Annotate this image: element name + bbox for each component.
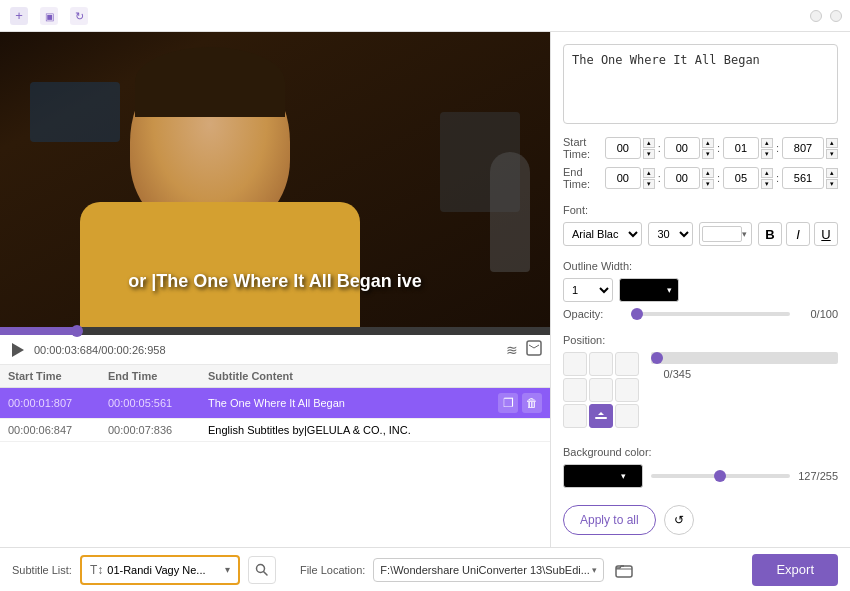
outline-color-swatch bbox=[622, 282, 667, 298]
svg-text:▣: ▣ bbox=[45, 11, 54, 22]
spinner-down[interactable]: ▾ bbox=[643, 179, 655, 189]
table-row[interactable]: 00:00:06:847 00:00:07:836 English Subtit… bbox=[0, 419, 550, 442]
app-icon-refresh[interactable]: ↻ bbox=[68, 5, 90, 27]
font-style-buttons: B I U bbox=[758, 222, 838, 246]
spinner-down[interactable]: ▾ bbox=[702, 179, 714, 189]
spinner-up[interactable]: ▴ bbox=[761, 138, 773, 148]
end-time-inputs: ▴ ▾ : ▴ ▾ : ▴ ▾ : ▴ ▾ bbox=[605, 167, 838, 189]
opacity-slider[interactable] bbox=[631, 312, 790, 316]
bg-color-row: ▾ 127/255 bbox=[563, 464, 838, 488]
spinner-up[interactable]: ▴ bbox=[643, 138, 655, 148]
pos-cell-tl[interactable] bbox=[563, 352, 587, 376]
start-ms-input[interactable] bbox=[782, 137, 824, 159]
position-slider[interactable] bbox=[651, 352, 838, 364]
pos-cell-mc[interactable] bbox=[589, 378, 613, 402]
pos-cell-bc[interactable] bbox=[589, 404, 613, 428]
refresh-button[interactable]: ↺ bbox=[664, 505, 694, 535]
export-button[interactable]: Export bbox=[752, 554, 838, 586]
spinner-up[interactable]: ▴ bbox=[761, 168, 773, 178]
outline-color-picker[interactable]: ▾ bbox=[619, 278, 679, 302]
apply-to-all-button[interactable]: Apply to all bbox=[563, 505, 656, 535]
spinner-down[interactable]: ▾ bbox=[643, 149, 655, 159]
app-icon-add[interactable]: + bbox=[8, 5, 30, 27]
outline-width-select[interactable]: 1 bbox=[563, 278, 613, 302]
bg-color-label: Background color: bbox=[563, 446, 838, 458]
pos-cell-ml[interactable] bbox=[563, 378, 587, 402]
spinner-down[interactable]: ▾ bbox=[761, 179, 773, 189]
file-browse-button[interactable] bbox=[612, 558, 636, 582]
video-area: or |The One Where It All Began ive bbox=[0, 32, 550, 327]
end-time-label: End Time: bbox=[563, 166, 601, 190]
opacity-label: Opacity: bbox=[563, 308, 623, 320]
position-slider-area: 0/345 bbox=[651, 352, 838, 380]
end-ms-spinner[interactable]: ▴ ▾ bbox=[826, 168, 838, 189]
pos-cell-tc[interactable] bbox=[589, 352, 613, 376]
start-hour-input[interactable] bbox=[605, 137, 641, 159]
expand-icon[interactable] bbox=[526, 340, 542, 359]
subtitle-table: Start Time End Time Subtitle Content 00:… bbox=[0, 365, 550, 547]
spinner-down[interactable]: ▾ bbox=[761, 149, 773, 159]
end-ms-input[interactable] bbox=[782, 167, 824, 189]
font-color-swatch bbox=[702, 226, 742, 242]
start-hour-spinner[interactable]: ▴ ▾ bbox=[643, 138, 655, 159]
start-min-spinner[interactable]: ▴ ▾ bbox=[702, 138, 714, 159]
pos-cell-mr[interactable] bbox=[615, 378, 639, 402]
waveform-icon[interactable]: ≋ bbox=[506, 342, 518, 358]
spinner-down[interactable]: ▾ bbox=[826, 149, 838, 159]
main-content: or |The One Where It All Began ive 00:00… bbox=[0, 32, 850, 547]
spinner-up[interactable]: ▴ bbox=[643, 168, 655, 178]
right-panel: Start Time: ▴ ▾ : ▴ ▾ : ▴ ▾ bbox=[550, 32, 850, 547]
bg-color-swatch bbox=[566, 468, 621, 484]
italic-button[interactable]: I bbox=[786, 222, 810, 246]
table-row[interactable]: 00:00:01:807 00:00:05:561 The One Where … bbox=[0, 388, 550, 419]
video-placeholder: or |The One Where It All Began ive bbox=[0, 32, 550, 327]
search-button[interactable] bbox=[248, 556, 276, 584]
outline-row: 1 ▾ bbox=[563, 278, 838, 302]
font-size-select[interactable]: 30 bbox=[648, 222, 693, 246]
spinner-up[interactable]: ▴ bbox=[826, 168, 838, 178]
spinner-down[interactable]: ▾ bbox=[702, 149, 714, 159]
action-buttons: Apply to all ↺ bbox=[563, 505, 838, 535]
play-button[interactable] bbox=[8, 341, 26, 359]
pos-cell-br[interactable] bbox=[615, 404, 639, 428]
row-actions: ❐ 🗑 bbox=[498, 393, 542, 413]
close-button[interactable] bbox=[830, 10, 842, 22]
spinner-up[interactable]: ▴ bbox=[702, 138, 714, 148]
bg-color-picker[interactable]: ▾ bbox=[563, 464, 643, 488]
copy-subtitle-button[interactable]: ❐ bbox=[498, 393, 518, 413]
file-location-display: F:\Wondershare UniConverter 13\SubEdi...… bbox=[373, 558, 604, 582]
pos-cell-bl[interactable] bbox=[563, 404, 587, 428]
controls-right: ≋ bbox=[506, 340, 542, 359]
end-min-spinner[interactable]: ▴ ▾ bbox=[702, 168, 714, 189]
spinner-down[interactable]: ▾ bbox=[826, 179, 838, 189]
spinner-up[interactable]: ▴ bbox=[826, 138, 838, 148]
minimize-button[interactable] bbox=[810, 10, 822, 22]
bold-button[interactable]: B bbox=[758, 222, 782, 246]
font-color-picker[interactable]: ▾ bbox=[699, 222, 752, 246]
start-ms-spinner[interactable]: ▴ ▾ bbox=[826, 138, 838, 159]
start-sec-spinner[interactable]: ▴ ▾ bbox=[761, 138, 773, 159]
position-grid bbox=[563, 352, 639, 428]
start-min-input[interactable] bbox=[664, 137, 700, 159]
progress-bar[interactable] bbox=[0, 327, 550, 335]
subtitle-list-dropdown[interactable]: T↕ 01-Randi Vagy Ne... bbox=[80, 555, 240, 585]
spinner-up[interactable]: ▴ bbox=[702, 168, 714, 178]
end-sec-spinner[interactable]: ▴ ▾ bbox=[761, 168, 773, 189]
header-content: Subtitle Content bbox=[208, 370, 542, 382]
pos-cell-tr[interactable] bbox=[615, 352, 639, 376]
subtitle-text-input[interactable] bbox=[563, 44, 838, 124]
end-sec-input[interactable] bbox=[723, 167, 759, 189]
bg-opacity-slider[interactable] bbox=[651, 474, 790, 478]
underline-button[interactable]: U bbox=[814, 222, 838, 246]
end-hour-spinner[interactable]: ▴ ▾ bbox=[643, 168, 655, 189]
start-sec-input[interactable] bbox=[723, 137, 759, 159]
delete-subtitle-button[interactable]: 🗑 bbox=[522, 393, 542, 413]
app-icon-convert[interactable]: ▣ bbox=[38, 5, 60, 27]
svg-text:↻: ↻ bbox=[75, 10, 84, 22]
font-row: Arial Blac 30 ▾ B I U bbox=[563, 222, 838, 246]
header-end: End Time bbox=[108, 370, 208, 382]
progress-thumb[interactable] bbox=[71, 325, 83, 337]
font-family-select[interactable]: Arial Blac bbox=[563, 222, 642, 246]
end-hour-input[interactable] bbox=[605, 167, 641, 189]
end-min-input[interactable] bbox=[664, 167, 700, 189]
